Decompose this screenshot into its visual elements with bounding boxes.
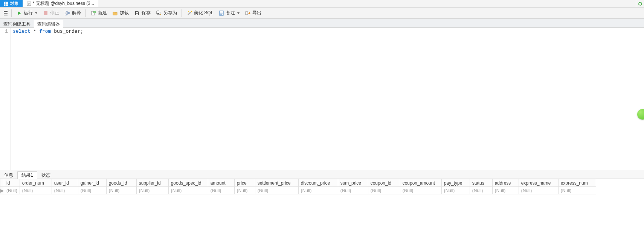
svg-line-22 bbox=[188, 12, 191, 15]
tab-query-builder[interactable]: 查询创建工具 bbox=[0, 20, 34, 28]
cell[interactable]: (Null) bbox=[52, 187, 78, 194]
svg-rect-14 bbox=[68, 12, 70, 14]
row-header-corner bbox=[0, 179, 4, 187]
sql-editor[interactable]: 1 select * from bus_order; bbox=[0, 28, 644, 170]
cell[interactable]: (Null) bbox=[338, 187, 368, 194]
column-header[interactable]: price bbox=[234, 179, 255, 187]
sync-button[interactable] bbox=[636, 0, 644, 7]
cell[interactable]: (Null) bbox=[136, 187, 168, 194]
line-gutter: 1 bbox=[0, 28, 11, 170]
notes-icon bbox=[218, 10, 224, 16]
tab-query-editor[interactable]: 查询编辑器 bbox=[34, 20, 63, 28]
dropdown-caret-icon bbox=[35, 12, 37, 14]
column-header[interactable]: coupon_id bbox=[368, 179, 400, 187]
notes-label: 备注 bbox=[226, 10, 235, 16]
new-button[interactable]: 新建 bbox=[88, 9, 109, 18]
tab-query-editor-label: 查询编辑器 bbox=[37, 21, 60, 27]
svg-point-25 bbox=[191, 11, 192, 12]
folder-open-icon bbox=[112, 10, 118, 16]
code-text: bus_order; bbox=[51, 29, 83, 34]
wand-icon bbox=[186, 10, 192, 16]
export-label: 导出 bbox=[252, 10, 261, 16]
cell[interactable]: (Null) bbox=[255, 187, 298, 194]
tab-objects-label: 对象 bbox=[10, 0, 19, 7]
column-header[interactable]: express_num bbox=[558, 179, 596, 187]
run-button[interactable]: 运行 bbox=[14, 9, 40, 18]
cell[interactable]: (Null) bbox=[558, 187, 596, 194]
column-header[interactable]: supplier_id bbox=[136, 179, 168, 187]
explain-label: 解释 bbox=[72, 10, 81, 16]
editor-mode-tabs: 查询创建工具 查询编辑器 bbox=[0, 19, 644, 28]
svg-rect-11 bbox=[44, 11, 47, 15]
svg-rect-0 bbox=[4, 2, 8, 6]
save-as-label: 另存为 bbox=[163, 10, 177, 16]
line-number: 1 bbox=[5, 29, 8, 34]
explain-button[interactable]: 解释 bbox=[62, 9, 83, 18]
separator bbox=[11, 9, 12, 17]
column-header[interactable]: sum_price bbox=[338, 179, 368, 187]
save-button[interactable]: 保存 bbox=[132, 9, 153, 18]
sync-icon bbox=[638, 1, 643, 6]
tab-status[interactable]: 状态 bbox=[37, 171, 55, 179]
save-as-button[interactable]: 另存为 bbox=[154, 9, 179, 18]
menu-button[interactable] bbox=[2, 11, 9, 15]
tab-info[interactable]: 信息 bbox=[0, 171, 17, 179]
result-grid-container[interactable]: idorder_numuser_idgainer_idgoods_idsuppl… bbox=[0, 179, 644, 194]
column-header[interactable]: id bbox=[4, 179, 20, 187]
cell[interactable]: (Null) bbox=[78, 187, 106, 194]
column-header[interactable]: order_num bbox=[20, 179, 52, 187]
cell[interactable]: (Null) bbox=[400, 187, 441, 194]
beautify-button[interactable]: 美化 SQL bbox=[184, 9, 215, 18]
beautify-label: 美化 SQL bbox=[194, 10, 213, 16]
column-header[interactable]: goods_spec_id bbox=[168, 179, 208, 187]
row-marker[interactable]: ▶ bbox=[0, 187, 4, 194]
cell[interactable]: (Null) bbox=[470, 187, 492, 194]
column-header[interactable]: express_name bbox=[519, 179, 558, 187]
column-header[interactable]: discount_price bbox=[298, 179, 338, 187]
svg-rect-21 bbox=[157, 13, 159, 14]
column-header[interactable]: gainer_id bbox=[78, 179, 106, 187]
cell[interactable]: (Null) bbox=[441, 187, 470, 194]
stop-icon bbox=[43, 10, 49, 16]
play-icon bbox=[16, 10, 22, 16]
stop-button[interactable]: 停止 bbox=[40, 9, 61, 18]
stop-label: 停止 bbox=[50, 10, 59, 16]
cell[interactable]: (Null) bbox=[492, 187, 519, 194]
column-header[interactable]: user_id bbox=[52, 179, 78, 187]
save-as-icon bbox=[156, 10, 162, 16]
save-icon bbox=[134, 10, 140, 16]
cell[interactable]: (Null) bbox=[20, 187, 52, 194]
svg-marker-31 bbox=[249, 12, 250, 14]
cell[interactable]: (Null) bbox=[519, 187, 558, 194]
query-icon bbox=[27, 2, 31, 6]
cell[interactable]: (Null) bbox=[208, 187, 234, 194]
column-header[interactable]: address bbox=[492, 179, 519, 187]
column-header[interactable]: status bbox=[470, 179, 492, 187]
code-text: * bbox=[31, 29, 39, 34]
tab-result-1[interactable]: 结果1 bbox=[17, 171, 37, 179]
column-header[interactable]: settlement_price bbox=[255, 179, 298, 187]
cell[interactable]: (Null) bbox=[106, 187, 136, 194]
tab-objects[interactable]: 对象 bbox=[0, 0, 23, 7]
cell[interactable]: (Null) bbox=[168, 187, 208, 194]
cell[interactable]: (Null) bbox=[298, 187, 338, 194]
column-header[interactable]: pay_type bbox=[441, 179, 470, 187]
column-header[interactable]: goods_id bbox=[106, 179, 136, 187]
notes-button[interactable]: 备注 bbox=[216, 9, 242, 18]
load-button[interactable]: 加载 bbox=[110, 9, 131, 18]
code-area[interactable]: select * from bus_order; bbox=[11, 28, 85, 170]
separator bbox=[182, 9, 182, 17]
export-button[interactable]: 导出 bbox=[243, 9, 264, 18]
svg-rect-19 bbox=[136, 14, 138, 15]
svg-marker-10 bbox=[18, 11, 21, 15]
export-icon bbox=[245, 10, 251, 16]
cell[interactable]: (Null) bbox=[368, 187, 400, 194]
tab-result-1-label: 结果1 bbox=[21, 172, 33, 179]
column-header[interactable]: coupon_amount bbox=[400, 179, 441, 187]
new-icon bbox=[90, 10, 96, 16]
cell[interactable]: (Null) bbox=[234, 187, 255, 194]
dropdown-caret-icon bbox=[237, 12, 240, 14]
cell[interactable]: (Null) bbox=[4, 187, 20, 194]
column-header[interactable]: amount bbox=[208, 179, 234, 187]
tab-query[interactable]: * 无标题 @dsyh_business (3... bbox=[23, 0, 98, 7]
